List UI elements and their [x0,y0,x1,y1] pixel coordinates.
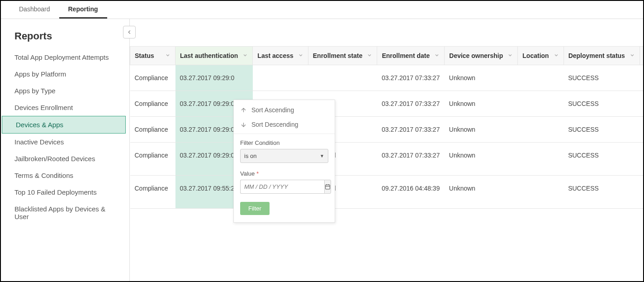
cell-status: Compliance [130,65,175,91]
cell-deploy: SUCCESS [564,65,639,91]
cell-location [518,117,564,143]
cell-lastaccess [253,65,308,91]
col-header-enroll-state[interactable]: Enrollment state [308,47,377,65]
top-nav: Dashboard Reporting [1,1,643,19]
col-header-ownership[interactable]: Device ownership [445,47,518,65]
col-label: Enrollment state [313,52,363,59]
cell-owner: Unknown [445,176,518,209]
cell-appname: Jota Text Editor [639,91,643,117]
cell-enrolldate: 03.27.2017 07:33:27 [377,143,445,176]
filter-condition-section: Filter Condition is on ▼ [234,136,335,167]
chevron-down-icon[interactable] [554,52,559,59]
date-input[interactable] [240,180,324,194]
col-label: Location [522,52,549,59]
table-row[interactable]: Compliance03.27.2017 09:29:003.27.2017 0… [130,91,644,117]
tab-reporting[interactable]: Reporting [59,1,107,19]
filter-value-label: Value * [240,170,328,177]
col-header-app-name[interactable]: App name [639,47,643,65]
sidebar-item-inactive-devices[interactable]: Inactive Devices [1,134,129,150]
table-row[interactable]: Compliance03.27.2017 09:29:003.27.2017 0… [130,65,644,91]
chevron-down-icon[interactable] [242,52,248,59]
sidebar-item-terms[interactable]: Terms & Conditions [1,167,129,184]
cell-enrolldate: 03.27.2017 07:33:27 [377,91,445,117]
cell-enrolldate: 09.27.2016 04:48:39 [377,176,445,209]
sidebar-title: Reports [1,30,129,49]
col-label: Enrollment date [382,52,430,59]
cell-location [518,91,564,117]
cell-appname: Tic Tac Toe Free [639,117,643,143]
arrow-up-icon [240,107,247,114]
sidebar-collapse-button[interactable] [123,26,136,38]
sidebar-item-devices-enrollment[interactable]: Devices Enrollment [1,99,129,116]
chevron-down-icon[interactable] [165,52,170,59]
col-header-status[interactable]: Status [130,47,175,65]
filter-condition-value: is on [244,153,256,159]
filter-condition-label: Filter Condition [240,139,328,146]
cell-status: Compliance [130,117,175,143]
cell-owner: Unknown [445,65,518,91]
date-input-group [240,180,328,194]
sidebar-item-top10-failed[interactable]: Top 10 Failed Deployments [1,184,129,201]
sort-ascending-option[interactable]: Sort Ascending [234,103,335,117]
sort-desc-label: Sort Descending [251,121,298,128]
sidebar-item-apps-platform[interactable]: Apps by Platform [1,66,129,82]
sidebar-item-jailbroken[interactable]: Jailbroken/Rooted Devices [1,150,129,167]
filter-button[interactable]: Filter [240,202,270,215]
tab-dashboard[interactable]: Dashboard [10,1,59,19]
table-wrapper[interactable]: Status Last authentication Last access E… [130,46,643,209]
cell-status: Compliance [130,91,175,117]
table-row[interactable]: Compliance03.27.2017 09:29:0803.27.2017 … [130,143,644,176]
cell-enrolldate: 03.27.2017 07:33:27 [377,65,445,91]
value-label-text: Value [240,170,255,177]
col-label: Deployment status [568,52,625,59]
col-header-enroll-date[interactable]: Enrollment date [377,47,445,65]
table-row[interactable]: Compliance03.27.2017 09:55:2703.27.2017 … [130,176,644,209]
cell-owner: Unknown [445,143,518,176]
cell-deploy: SUCCESS [564,176,639,209]
sidebar-item-apps-type[interactable]: Apps by Type [1,82,129,99]
cell-owner: Unknown [445,117,518,143]
cell-lastauth: 03.27.2017 09:29:0 [175,65,253,91]
sidebar-item-blacklisted[interactable]: Blacklisted Apps by Devices & User [1,201,129,225]
caret-down-icon: ▼ [320,153,324,158]
sort-descending-option[interactable]: Sort Descending [234,117,335,132]
filter-condition-select[interactable]: is on ▼ [240,149,328,163]
calendar-button[interactable] [324,180,331,194]
chevron-down-icon[interactable] [507,52,513,59]
cell-location [518,176,564,209]
chevron-down-icon[interactable] [367,52,372,59]
cell-location [518,143,564,176]
chevron-down-icon[interactable] [298,52,303,59]
content-area: Status Last authentication Last access E… [130,19,643,281]
col-header-last-access[interactable]: Last access [253,47,308,65]
chevron-down-icon[interactable] [630,52,635,59]
filter-value-section: Value * [234,167,335,197]
calendar-icon [325,184,331,190]
cell-appname: Web Link [639,143,643,176]
required-asterisk: * [256,170,259,177]
main-area: Reports Total App Deployment Attempts Ap… [1,19,643,281]
sidebar-item-total-app-deploy[interactable]: Total App Deployment Attempts [1,49,129,66]
cell-appname: Globoforce_SA [639,176,643,209]
divider [234,134,335,134]
cell-status: Compliance [130,143,175,176]
col-label: Device ownership [449,52,503,59]
cell-status: Compliance [130,176,175,209]
cell-location [518,65,564,91]
col-header-deploy-status[interactable]: Deployment status [564,47,639,65]
cell-owner: Unknown [445,91,518,117]
chevron-left-icon [126,29,133,35]
arrow-down-icon [240,121,247,128]
chevron-down-icon[interactable] [434,52,440,59]
col-header-last-auth[interactable]: Last authentication [175,47,253,65]
sidebar-item-devices-apps[interactable]: Devices & Apps [2,116,126,134]
svg-rect-2 [326,185,330,189]
cell-appname: Globoforce_SA [639,65,643,91]
col-label: Status [135,52,154,59]
table-row[interactable]: Compliance03.27.2017 09:29:003.27.2017 0… [130,117,644,143]
cell-deploy: SUCCESS [564,91,639,117]
col-label: Last authentication [180,52,238,59]
col-label: Last access [257,52,293,59]
col-header-location[interactable]: Location [518,47,564,65]
sort-asc-label: Sort Ascending [251,106,294,114]
